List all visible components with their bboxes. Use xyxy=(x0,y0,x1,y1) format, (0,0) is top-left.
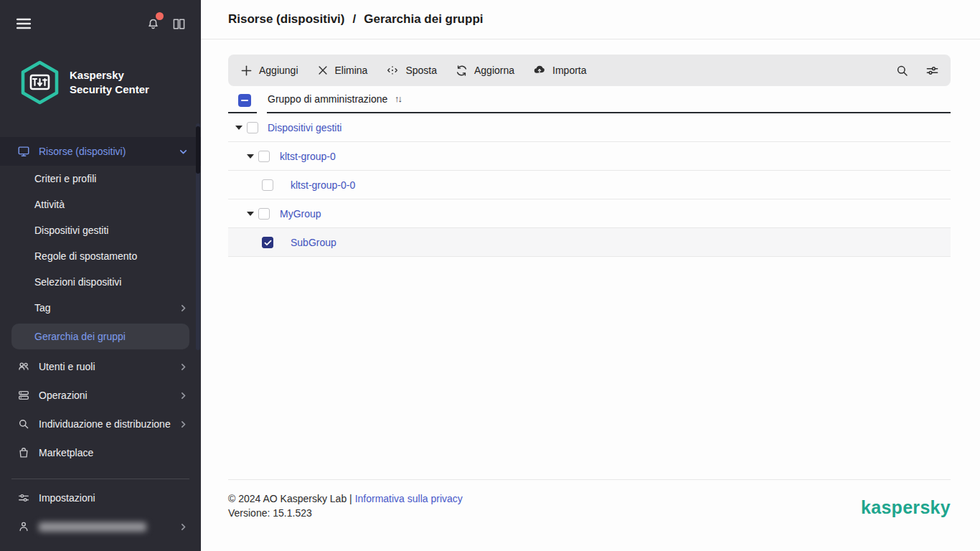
cloud-upload-icon xyxy=(533,64,546,77)
sidebar-item-marketplace[interactable]: Marketplace xyxy=(0,438,201,467)
table-row: kltst-group-0-0 xyxy=(228,171,951,199)
group-link-mygroup[interactable]: MyGroup xyxy=(280,208,321,220)
sidebar-scrollbar[interactable] xyxy=(196,123,200,350)
delete-button[interactable]: Elimina xyxy=(308,55,377,86)
kaspersky-security-center-app: Kaspersky Security Center Risorse (dispo… xyxy=(0,0,980,551)
sidebar-item-label: Risorse (dispositivi) xyxy=(39,146,126,157)
sidebar-item-utenti-e-ruoli[interactable]: Utenti e ruoli xyxy=(0,352,201,381)
indeterminate-minus-icon xyxy=(241,100,248,101)
sidebar-item-impostazioni[interactable]: Impostazioni xyxy=(0,484,201,512)
kaspersky-hexagon-logo-icon xyxy=(19,60,60,105)
chevron-right-icon xyxy=(179,362,188,372)
column-header-gruppo-di-amministrazione[interactable]: Gruppo di amministrazione xyxy=(268,93,387,105)
refresh-button-label: Aggiorna xyxy=(474,65,514,76)
sidebar-item-criteri-e-profili[interactable]: Criteri e profili xyxy=(0,166,201,192)
sidebar-item-attivita[interactable]: Attività xyxy=(0,192,201,217)
row-checkbox[interactable] xyxy=(247,122,258,133)
chevron-right-icon xyxy=(179,391,188,400)
monitor-icon xyxy=(17,145,30,158)
expand-collapse-triangle-icon[interactable] xyxy=(247,154,254,159)
group-link-kltst-group-0[interactable]: kltst-group-0 xyxy=(280,151,336,162)
group-tree: Dispositivi gestiti kltst-group-0 kltst-… xyxy=(228,113,951,257)
group-link-subgroup[interactable]: SubGroup xyxy=(291,237,336,248)
row-checkbox[interactable] xyxy=(262,179,273,191)
chevron-right-icon xyxy=(179,303,188,313)
sort-icon[interactable]: ↑↓ xyxy=(395,93,401,104)
refresh-button[interactable]: Aggiorna xyxy=(446,55,524,86)
chevron-down-icon xyxy=(179,147,188,156)
sidebar-item-label: Gerarchia dei gruppi xyxy=(34,331,126,342)
notifications-bell-icon[interactable] xyxy=(143,14,162,33)
sidebar-item-label: Criteri e profili xyxy=(34,173,96,184)
plus-icon xyxy=(240,65,253,77)
breadcrumb-separator: / xyxy=(352,12,356,27)
sidebar-item-label: Operazioni xyxy=(39,390,88,401)
app-title: Kaspersky Security Center xyxy=(70,68,149,97)
users-icon xyxy=(17,360,30,373)
delete-button-label: Elimina xyxy=(335,65,368,76)
move-button[interactable]: Sposta xyxy=(377,55,446,86)
toolbar-right xyxy=(890,59,943,82)
settings-sliders-icon xyxy=(17,491,30,504)
copyright-text: © 2024 AO Kaspersky Lab xyxy=(228,493,347,504)
close-icon xyxy=(317,65,329,76)
sidebar-item-label: Attività xyxy=(34,199,65,210)
sidebar-item-operazioni[interactable]: Operazioni xyxy=(0,381,201,410)
sidebar-item-risorse-dispositivi[interactable]: Risorse (dispositivi) xyxy=(0,137,201,166)
sidebar-item-tag[interactable]: Tag xyxy=(0,295,201,321)
row-checkbox-checked[interactable] xyxy=(262,237,273,248)
add-button-label: Aggiungi xyxy=(259,65,298,76)
search-icon[interactable] xyxy=(890,59,913,82)
sidebar-item-label: Selezioni dispositivi xyxy=(34,276,121,288)
select-all-checkbox[interactable] xyxy=(238,94,251,107)
import-button[interactable]: Importa xyxy=(524,55,595,86)
toolbar: Aggiungi Elimina Sposta xyxy=(228,55,951,86)
breadcrumb-current-page: Gerarchia dei gruppi xyxy=(364,12,483,27)
sidebar: Kaspersky Security Center Risorse (dispo… xyxy=(0,0,201,551)
move-icon xyxy=(386,64,399,77)
expand-collapse-triangle-icon[interactable] xyxy=(235,126,242,130)
refresh-icon xyxy=(456,65,468,77)
sidebar-item-label: Regole di spostamento xyxy=(34,250,137,262)
footer-text: © 2024 AO Kaspersky Lab | Informativa su… xyxy=(228,491,463,520)
table-row: MyGroup xyxy=(228,199,951,228)
group-link-kltst-group-0-0[interactable]: kltst-group-0-0 xyxy=(291,179,355,191)
sidebar-top-bar xyxy=(14,14,188,33)
search-icon xyxy=(17,418,30,430)
expand-collapse-triangle-icon[interactable] xyxy=(247,212,254,216)
row-checkbox[interactable] xyxy=(258,151,270,162)
stack-icon xyxy=(17,389,30,402)
breadcrumb: Risorse (dispositivi) / Gerarchia dei gr… xyxy=(228,12,483,27)
table-row-selected: SubGroup xyxy=(228,228,951,257)
kaspersky-wordmark-logo: kaspersky xyxy=(861,497,951,520)
row-checkbox[interactable] xyxy=(258,208,270,220)
sidebar-item-label: Marketplace xyxy=(39,447,93,458)
chevron-right-icon xyxy=(179,420,188,429)
user-icon xyxy=(17,520,30,533)
app-logo: Kaspersky Security Center xyxy=(19,60,149,105)
sidebar-item-label: Utenti e ruoli xyxy=(39,361,95,372)
group-link-dispositivi-gestiti[interactable]: Dispositivi gestiti xyxy=(268,122,341,133)
sidebar-item-user-account[interactable] xyxy=(0,512,201,541)
sidebar-item-label: Individuazione e distribuzione xyxy=(39,418,171,430)
sidebar-item-label: Impostazioni xyxy=(39,492,95,504)
sidebar-item-selezioni-dispositivi[interactable]: Selezioni dispositivi xyxy=(0,269,201,295)
sidebar-divider xyxy=(11,479,189,479)
user-account-name-blurred xyxy=(39,522,146,532)
filter-icon[interactable] xyxy=(920,59,943,82)
add-button[interactable]: Aggiungi xyxy=(231,55,308,86)
chevron-right-icon xyxy=(179,522,188,532)
import-button-label: Importa xyxy=(552,65,586,76)
breadcrumb-risorse-dispositivi[interactable]: Risorse (dispositivi) xyxy=(228,12,344,27)
help-book-icon[interactable] xyxy=(169,14,188,33)
sidebar-item-label: Tag xyxy=(34,302,51,314)
table-row: kltst-group-0 xyxy=(228,142,951,171)
privacy-policy-link[interactable]: Informativa sulla privacy xyxy=(355,493,463,504)
content: Aggiungi Elimina Sposta xyxy=(228,39,951,257)
sidebar-item-dispositivi-gestiti[interactable]: Dispositivi gestiti xyxy=(0,217,201,243)
sidebar-item-regole-di-spostamento[interactable]: Regole di spostamento xyxy=(0,243,201,269)
sidebar-scrollbar-thumb[interactable] xyxy=(196,126,200,174)
hamburger-menu-icon[interactable] xyxy=(14,14,33,33)
sidebar-item-gerarchia-dei-gruppi[interactable]: Gerarchia dei gruppi xyxy=(11,324,189,349)
sidebar-item-individuazione-e-distribuzione[interactable]: Individuazione e distribuzione xyxy=(0,410,201,438)
